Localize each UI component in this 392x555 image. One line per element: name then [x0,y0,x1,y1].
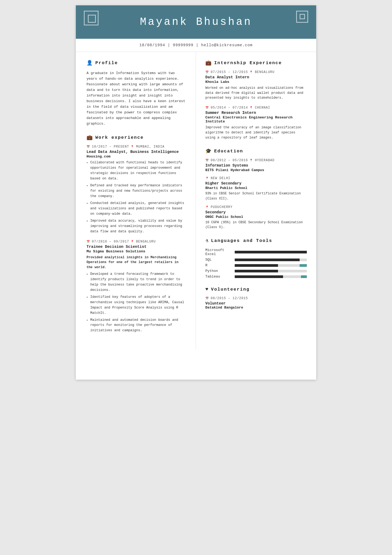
bullet-item: Identified key features of adopters of a… [90,295,186,316]
work-title: 💼 Work experience [87,134,186,141]
lang-rows: Microsoft Excel SQL R [205,248,307,279]
profile-section: 👤 Profile A graduate in Information Syst… [87,60,186,126]
intern-desc-2: Improved the accuracy of an image classi… [205,125,307,140]
work-icon: 💼 [87,134,93,141]
profile-icon: 👤 [87,60,93,66]
edu-entry-3: 📍 PUDUCHERRY Secondary ONGC Public Schoo… [205,205,307,230]
edu-entry-1: 📅 08/2012 – 05/2016 📍 HYDERABAD Informat… [205,159,307,172]
edu-school-1: BITS Pilani Hyderabad Campus [205,168,307,172]
lang-accent-4 [301,275,307,278]
vol-title-1: Volunteer [205,301,307,306]
contact-phone: 99999999 [173,43,193,47]
lang-bar-2 [235,264,307,267]
internship-entry-1: 📅 07/2015 – 12/2015 📍 BENGALURU Data Ana… [205,70,307,101]
lang-name-3: Python [205,269,235,273]
lang-name-1: SQL [205,258,235,262]
contact-sep2: | [196,43,201,47]
bullet-item: Conducted detailed analysis, generated i… [90,201,186,217]
calendar-icon-1: 📅 [87,145,90,148]
lang-name-0: Microsoft Excel [205,248,235,256]
vol-entry-1: 📅 08/2015 – 12/2015 Volunteer Datakind B… [205,296,307,310]
contact-sep1: | [168,43,173,47]
calendar-icon-i2: 📅 [205,106,209,109]
left-column: 👤 Profile A graduate in Information Syst… [76,52,196,349]
edu-degree-2: Higher Secondary [205,181,307,186]
edu-entry-2: 📍 NEW DELHI Higher Secondary Bharti Publ… [205,176,307,201]
lang-fill-0 [235,251,307,253]
languages-section: ⚗ Languages and Tools Microsoft Excel SQ… [205,238,307,279]
calendar-icon-e1: 📅 [205,159,209,162]
lang-name-2: R [205,263,235,267]
intern-company-2: Central Electronics Engineering Research… [205,115,307,124]
edu-degree-3: Secondary [205,210,307,214]
job-company-2: Mu Sigma Business Solutions [87,249,186,253]
bullet-item: Maintained and automated decision boards… [90,318,186,334]
header: Mayank Bhushan [76,5,316,39]
calendar-icon-i1: 📅 [205,71,209,74]
lang-row-2: R [205,263,307,267]
lang-row-0: Microsoft Excel [205,248,307,256]
contact-email: hello@kickresume.com [201,43,253,47]
volunteering-section: ♥ Volunteering 📅 08/2015 – 12/2015 Volun… [205,287,307,310]
job-title-2: Trainee Decision Scientist [87,245,186,249]
candidate-name: Mayank Bhushan [92,16,300,28]
pin-icon-1: 📍 [131,145,134,148]
profile-text: A graduate in Information Systems with t… [87,70,186,126]
lang-name-4: Tableau [205,275,235,279]
profile-title: 👤 Profile [87,60,186,66]
job-desc-2: Provided analytical insights in Merchand… [87,255,186,270]
edu-desc-3: 10 CGPA (95%) in CBSE Secondary School E… [205,220,307,230]
internship-title: 💼 Internship Experience [205,60,307,66]
intern-company-1: Khosla Labs [205,80,307,84]
pin-icon-e2: 📍 [205,177,209,180]
languages-title: ⚗ Languages and Tools [205,238,307,244]
main-content: 👤 Profile A graduate in Information Syst… [76,52,316,349]
bullet-item: Improved data accuracy, viability and va… [90,218,186,234]
edu-desc-2: 93% in CBSE Senior School Certificate Ex… [205,191,307,201]
header-decoration-right [292,11,308,27]
right-column: 💼 Internship Experience 📅 07/2015 – 12/2… [196,52,316,349]
languages-icon: ⚗ [205,238,209,244]
lang-row-1: SQL [205,258,307,262]
calendar-icon-2: 📅 [87,240,90,243]
lang-fill-3 [235,270,278,272]
intern-title-1: Data Analyst Intern [205,75,307,79]
job-meta-1: 📅 10/2017 – PRESENT 📍 MUMBAI, INDIA [87,145,186,149]
internship-entry-2: 📅 05/2014 – 07/2014 📍 CHENNAI Summer Res… [205,106,307,140]
pin-icon-e3: 📍 [205,206,209,209]
internship-icon: 💼 [205,60,212,66]
lang-fill-1 [235,259,300,261]
lang-bar-4 [235,275,307,278]
vol-org-1: Datakind Bangalore [205,306,307,310]
edu-school-2: Bharti Public School [205,186,307,190]
pin-icon-e1: 📍 [249,159,253,162]
edu-meta-3: 📍 PUDUCHERRY [205,205,307,209]
intern-meta-2: 📅 05/2014 – 07/2014 📍 CHENNAI [205,106,307,110]
intern-meta-1: 📅 07/2015 – 12/2015 📍 BENGALURU [205,70,307,74]
education-icon: 🎓 [205,148,212,154]
internship-section: 💼 Internship Experience 📅 07/2015 – 12/2… [205,60,307,140]
edu-school-3: ONGC Public School [205,215,307,219]
header-decoration-left [84,11,105,32]
lang-fill-4 [235,275,283,278]
edu-degree-1: Information Systems [205,163,307,168]
calendar-icon-v1: 📅 [205,297,209,300]
job-entry-2: 📅 07/2016 – 09/2017 📍 BENGALURU Trainee … [87,240,186,334]
lang-bar-3 [235,270,307,272]
intern-desc-1: Worked on ad-hoc analysis and visualizat… [205,86,307,101]
lang-fill-2 [235,264,278,267]
job-entry-1: 📅 10/2017 – PRESENT 📍 MUMBAI, INDIA Lead… [87,145,186,234]
lang-row-4: Tableau [205,275,307,279]
job-bullets-2: Developed a trend forecasting framework … [87,272,186,334]
contact-bar: 18/08/1994 | 99999999 | hello@kickresume… [76,39,316,52]
pin-icon-2: 📍 [131,240,134,243]
bullet-item: Collaborated with functional heads to id… [90,160,186,182]
pin-icon-i2: 📍 [249,106,253,109]
intern-title-2: Summer Research Intern [205,111,307,115]
volunteering-icon: ♥ [205,287,209,292]
volunteering-title: ♥ Volunteering [205,287,307,292]
edu-meta-2: 📍 NEW DELHI [205,176,307,180]
education-section: 🎓 Education 📅 08/2012 – 05/2016 📍 HYDERA… [205,148,307,230]
pin-icon-i1: 📍 [249,71,253,74]
lang-accent-2 [300,264,307,267]
